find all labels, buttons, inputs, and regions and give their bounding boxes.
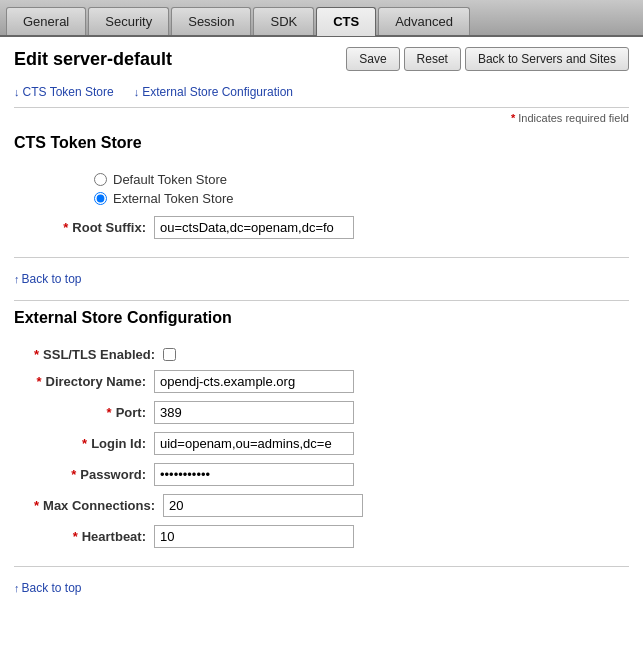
link-external-store-config[interactable]: External Store Configuration xyxy=(134,85,293,99)
section-links: CTS Token Store External Store Configura… xyxy=(14,85,629,108)
input-login-id[interactable] xyxy=(154,432,354,455)
form-row-directory-name: * Directory Name: xyxy=(34,370,629,393)
radio-external-token-store[interactable] xyxy=(94,192,107,205)
back-to-top-1[interactable]: Back to top xyxy=(14,272,82,286)
cts-token-store-section: CTS Token Store Default Token Store Exte… xyxy=(14,134,629,296)
label-directory-name-text: Directory Name: xyxy=(46,374,146,389)
label-ssl-text: SSL/TLS Enabled: xyxy=(43,347,155,362)
req-star-port: * xyxy=(107,405,112,420)
form-row-root-suffix: * Root Suffix: xyxy=(34,216,629,239)
label-password-text: Password: xyxy=(80,467,146,482)
reset-button[interactable]: Reset xyxy=(404,47,461,71)
input-root-suffix[interactable] xyxy=(154,216,354,239)
checkbox-ssl[interactable] xyxy=(163,348,176,361)
title-row: Edit server-default Save Reset Back to S… xyxy=(14,47,629,71)
label-root-suffix: * Root Suffix: xyxy=(34,220,154,235)
cts-section-header: CTS Token Store xyxy=(14,134,629,152)
req-star-max: * xyxy=(34,498,39,513)
input-port[interactable] xyxy=(154,401,354,424)
page-title: Edit server-default xyxy=(14,49,172,70)
required-star: * xyxy=(511,112,515,124)
form-row-heartbeat: * Heartbeat: xyxy=(34,525,629,548)
cts-form-section: Default Token Store External Token Store… xyxy=(14,162,629,258)
radio-option-default: Default Token Store xyxy=(94,172,629,187)
tab-sdk[interactable]: SDK xyxy=(253,7,314,35)
input-max-connections[interactable] xyxy=(163,494,363,517)
req-star-root-suffix: * xyxy=(63,220,68,235)
label-default-token-store[interactable]: Default Token Store xyxy=(113,172,227,187)
label-max-connections-text: Max Connections: xyxy=(43,498,155,513)
back-to-servers-button[interactable]: Back to Servers and Sites xyxy=(465,47,629,71)
label-password: * Password: xyxy=(34,467,154,482)
form-row-password: * Password: xyxy=(34,463,629,486)
req-star-password: * xyxy=(71,467,76,482)
title-buttons: Save Reset Back to Servers and Sites xyxy=(346,47,629,71)
input-heartbeat[interactable] xyxy=(154,525,354,548)
label-port: * Port: xyxy=(34,405,154,420)
required-note: * Indicates required field xyxy=(14,112,629,124)
radio-option-external: External Token Store xyxy=(94,191,629,206)
label-external-token-store[interactable]: External Token Store xyxy=(113,191,233,206)
form-row-max-connections: * Max Connections: xyxy=(34,494,629,517)
radio-default-token-store[interactable] xyxy=(94,173,107,186)
label-port-text: Port: xyxy=(116,405,146,420)
radio-group-token-store: Default Token Store External Token Store xyxy=(94,172,629,206)
external-store-section: External Store Configuration * SSL/TLS E… xyxy=(14,309,629,605)
tab-advanced[interactable]: Advanced xyxy=(378,7,470,35)
tab-bar: General Security Session SDK CTS Advance… xyxy=(0,0,643,37)
back-to-top-2[interactable]: Back to top xyxy=(14,581,82,595)
form-row-ssl: * SSL/TLS Enabled: xyxy=(34,347,629,362)
label-heartbeat: * Heartbeat: xyxy=(34,529,154,544)
req-star-dir: * xyxy=(37,374,42,389)
tab-general[interactable]: General xyxy=(6,7,86,35)
form-row-login-id: * Login Id: xyxy=(34,432,629,455)
section-divider xyxy=(14,300,629,301)
label-root-suffix-text: Root Suffix: xyxy=(72,220,146,235)
required-note-text: Indicates required field xyxy=(518,112,629,124)
req-star-login: * xyxy=(82,436,87,451)
link-cts-token-store[interactable]: CTS Token Store xyxy=(14,85,114,99)
req-star-heartbeat: * xyxy=(73,529,78,544)
page-content: Edit server-default Save Reset Back to S… xyxy=(0,37,643,615)
label-max-connections: * Max Connections: xyxy=(34,498,163,513)
input-password[interactable] xyxy=(154,463,354,486)
label-directory-name: * Directory Name: xyxy=(34,374,154,389)
tab-security[interactable]: Security xyxy=(88,7,169,35)
input-directory-name[interactable] xyxy=(154,370,354,393)
label-ssl: * SSL/TLS Enabled: xyxy=(34,347,163,362)
label-heartbeat-text: Heartbeat: xyxy=(82,529,146,544)
external-section-header: External Store Configuration xyxy=(14,309,629,327)
form-row-port: * Port: xyxy=(34,401,629,424)
req-star-ssl: * xyxy=(34,347,39,362)
save-button[interactable]: Save xyxy=(346,47,399,71)
external-form-section: * SSL/TLS Enabled: * Directory Name: * P… xyxy=(14,337,629,567)
label-login-id: * Login Id: xyxy=(34,436,154,451)
label-login-id-text: Login Id: xyxy=(91,436,146,451)
tab-session[interactable]: Session xyxy=(171,7,251,35)
tab-cts[interactable]: CTS xyxy=(316,7,376,36)
